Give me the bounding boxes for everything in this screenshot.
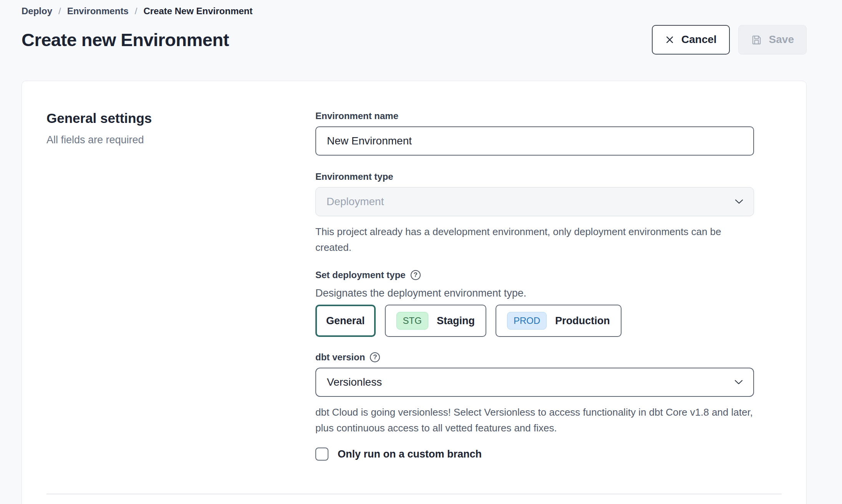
dbt-version-label: dbt version — [315, 351, 365, 363]
production-badge: PROD — [507, 312, 547, 330]
environment-type-help: This project already has a development e… — [315, 224, 730, 255]
deployment-type-option-production[interactable]: PROD Production — [496, 305, 622, 337]
deployment-type-description: Designates the deployment environment ty… — [315, 285, 754, 301]
custom-branch-row: Only run on a custom branch — [315, 448, 754, 461]
floppy-disk-icon — [751, 34, 762, 45]
card-divider — [46, 494, 782, 494]
deployment-type-options: General STG Staging PROD Production — [315, 305, 754, 337]
breadcrumb-separator: / — [58, 5, 61, 17]
cancel-button[interactable]: Cancel — [652, 25, 730, 55]
environment-type-value: Deployment — [327, 196, 384, 208]
page: Deploy / Environments / Create New Envir… — [0, 0, 842, 504]
environment-name-input[interactable] — [315, 126, 754, 156]
environment-type-select[interactable]: Deployment — [315, 187, 754, 216]
deployment-type-option-label: Staging — [437, 315, 475, 327]
dbt-version-help: dbt Cloud is going versionless! Select V… — [315, 405, 754, 436]
save-button-label: Save — [769, 33, 794, 46]
section-subtitle: All fields are required — [46, 134, 315, 146]
section-title: General settings — [46, 110, 315, 126]
close-icon — [665, 35, 675, 45]
header-actions: Cancel Save — [652, 25, 807, 55]
deployment-type-option-label: General — [326, 315, 365, 327]
chevron-down-icon — [734, 199, 744, 204]
breadcrumb-environments[interactable]: Environments — [67, 5, 129, 17]
page-title: Create new Environment — [22, 29, 229, 50]
custom-branch-label[interactable]: Only run on a custom branch — [338, 448, 482, 460]
dbt-version-value: Versionless — [327, 376, 382, 388]
custom-branch-checkbox[interactable] — [315, 448, 328, 461]
staging-badge: STG — [396, 312, 428, 330]
cancel-button-label: Cancel — [681, 33, 717, 46]
deployment-type-label: Set deployment type — [315, 269, 406, 281]
dbt-version-select[interactable]: Versionless — [315, 368, 754, 397]
chevron-down-icon — [734, 380, 743, 385]
breadcrumb: Deploy / Environments / Create New Envir… — [22, 5, 842, 17]
breadcrumb-current: Create New Environment — [143, 5, 252, 17]
environment-type-label: Environment type — [315, 171, 754, 182]
page-header: Create new Environment Cancel Save — [22, 24, 807, 55]
deployment-type-option-general[interactable]: General — [315, 305, 376, 337]
deployment-type-option-staging[interactable]: STG Staging — [385, 305, 486, 337]
breadcrumb-separator: / — [135, 5, 138, 17]
breadcrumb-deploy[interactable]: Deploy — [22, 5, 52, 17]
deployment-type-option-label: Production — [555, 315, 610, 327]
general-settings-card: General settings All fields are required… — [22, 81, 807, 504]
section-intro: General settings All fields are required — [46, 110, 315, 461]
environment-name-label: Environment name — [315, 110, 754, 122]
save-button[interactable]: Save — [738, 25, 807, 55]
question-mark-circle-icon[interactable]: ? — [370, 352, 380, 362]
question-mark-circle-icon[interactable]: ? — [411, 270, 421, 280]
form-fields: Environment name Environment type Deploy… — [315, 110, 754, 461]
